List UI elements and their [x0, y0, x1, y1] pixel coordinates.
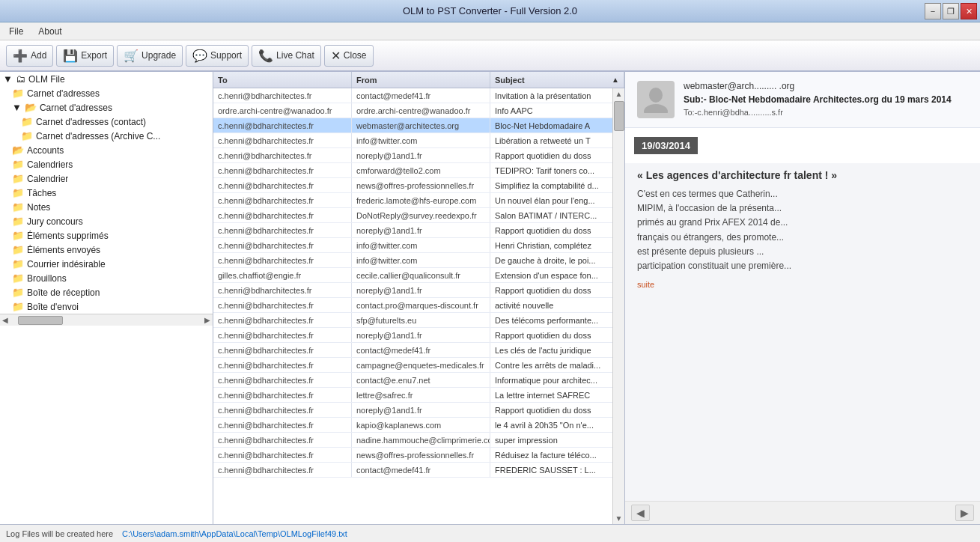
article-title: « Les agences d'architecture fr talent !…: [637, 169, 968, 181]
tree-item-olm-root[interactable]: ▼ 🗂 OLM File: [0, 72, 213, 86]
support-button[interactable]: 💬 Support: [186, 45, 249, 67]
email-cell-from: news@offres-professionnelles.fr: [352, 448, 490, 462]
email-cell-to: c.henni@bdharchitectes.fr: [213, 208, 352, 222]
close-button[interactable]: ✕ Close: [324, 45, 374, 67]
email-cell-subject: Henri Christian, complétez: [490, 238, 612, 252]
email-cell-to: c.henni@bdharchitectes.fr: [213, 343, 352, 357]
email-cell-to: c.henni@bdharchitectes.fr: [213, 388, 352, 402]
email-cell-from: nadine.hammouche@climprimerie.co: [352, 433, 490, 447]
tree-item-taches[interactable]: 📁 Tâches: [0, 186, 213, 200]
add-icon: ➕: [13, 49, 28, 63]
minimize-button[interactable]: −: [925, 3, 941, 19]
email-cell-from: cmforward@tello2.com: [352, 163, 490, 177]
col-header-subject[interactable]: Subject ▲: [490, 72, 624, 88]
email-cell-to: c.henni@bdharchitectes.fr: [213, 313, 352, 327]
email-row[interactable]: c.henni@bdharchitectes.fr campagne@enque…: [213, 358, 612, 373]
vscroll-up[interactable]: ▲: [614, 88, 624, 100]
hscroll-thumb[interactable]: [18, 316, 63, 325]
window-close-button[interactable]: ✕: [961, 3, 977, 19]
email-cell-to: c.henri@bdharchitectes.fr: [213, 283, 352, 297]
title-bar: OLM to PST Converter - Full Version 2.0 …: [0, 0, 980, 22]
tree-item-carnet-archive[interactable]: 📁 Carnet d'adresses (Archive C...: [0, 129, 213, 143]
email-cell-subject: Bloc-Net Hebdomadaire A: [490, 118, 612, 133]
tree-item-calendriers[interactable]: 📁 Calendriers: [0, 157, 213, 171]
menu-file[interactable]: File: [6, 25, 26, 38]
tree-item-boite-envoi[interactable]: 📁 Boîte d'envoi: [0, 299, 213, 314]
nav-next-button[interactable]: ▶: [955, 505, 974, 521]
email-row[interactable]: c.henri@bdharchitectes.fr noreply@1and1.…: [213, 148, 612, 163]
email-row[interactable]: gilles.chaffiot@engie.fr cecile.callier@…: [213, 268, 612, 283]
tree-item-carnet-contact[interactable]: 📁 Carnet d'adresses (contact): [0, 115, 213, 129]
col-header-from[interactable]: From: [352, 72, 490, 88]
vscroll-down[interactable]: ▼: [614, 513, 624, 524]
livechat-button[interactable]: 📞 Live Chat: [252, 45, 321, 67]
email-row[interactable]: c.henni@bdharchitectes.fr contact@medef4…: [213, 463, 612, 478]
tree-item-boite-reception[interactable]: 📁 Boîte de réception: [0, 285, 213, 299]
tree-hscroll[interactable]: ◀ ▶: [0, 314, 213, 326]
hscroll-track[interactable]: [10, 314, 202, 326]
tree-item-accounts[interactable]: 📂 Accounts: [0, 143, 213, 157]
article-link[interactable]: suite: [637, 280, 654, 289]
vscroll-thumb[interactable]: [614, 101, 624, 131]
email-list-panel: To From Subject ▲ c.henri@bdharchitectes…: [213, 72, 625, 524]
hscroll-right[interactable]: ▶: [202, 316, 213, 324]
email-row[interactable]: ordre.archi-centre@wanadoo.fr ordre.arch…: [213, 103, 612, 118]
tree-item-brouillons[interactable]: 📁 Brouillons: [0, 271, 213, 285]
hscroll-left[interactable]: ◀: [0, 316, 10, 324]
menu-bar: File About: [0, 22, 980, 40]
email-preview-panel: webmaster@arch......... .org Sub:- Bloc-…: [625, 72, 980, 524]
email-cell-subject: Rapport quotidien du doss: [490, 328, 612, 342]
email-row[interactable]: c.henni@bdharchitectes.fr news@offres-pr…: [213, 178, 612, 193]
email-list-header: To From Subject ▲: [213, 72, 624, 88]
email-row[interactable]: c.henni@bdharchitectes.fr contact@e.enu7…: [213, 373, 612, 388]
nav-prev-button[interactable]: ◀: [631, 505, 650, 521]
email-cell-from: info@twitter.com: [352, 238, 490, 252]
upgrade-button[interactable]: 🛒 Upgrade: [117, 45, 183, 67]
email-row[interactable]: c.henni@bdharchitectes.fr info@twitter.c…: [213, 133, 612, 148]
email-row[interactable]: c.henni@bdharchitectes.fr info@twitter.c…: [213, 238, 612, 253]
email-cell-subject: TEDIPRO: Tarif toners co...: [490, 163, 612, 177]
email-cell-to: c.henri@bdharchitectes.fr: [213, 88, 352, 103]
email-list-vscroll[interactable]: ▲ ▼: [612, 88, 624, 524]
email-row[interactable]: c.henni@bdharchitectes.fr DoNotReply@sur…: [213, 208, 612, 223]
email-row[interactable]: c.henni@bdharchitectes.fr kapio@kaplanew…: [213, 418, 612, 433]
email-row[interactable]: c.henni@bdharchitectes.fr noreply@1and1.…: [213, 328, 612, 343]
tree-item-carnet1[interactable]: 📁 Carnet d'adresses: [0, 86, 213, 100]
email-cell-from: cecile.callier@qualiconsult.fr: [352, 268, 490, 282]
email-row[interactable]: c.henni@bdharchitectes.fr cmforward@tell…: [213, 163, 612, 178]
email-row[interactable]: c.henni@bdharchitectes.fr noreply@1and1.…: [213, 403, 612, 418]
email-row[interactable]: c.henni@bdharchitectes.fr contact@medef4…: [213, 343, 612, 358]
email-row[interactable]: c.henni@bdharchitectes.fr frederic.lamot…: [213, 193, 612, 208]
preview-nav-arrows: ◀ ▶: [625, 501, 980, 524]
tree-item-elements-sup[interactable]: 📁 Éléments supprimés: [0, 228, 213, 243]
email-cell-subject: activité nouvelle: [490, 298, 612, 312]
email-cell-from: news@offres-professionnelles.fr: [352, 178, 490, 192]
tree-item-courrier[interactable]: 📁 Courrier indésirable: [0, 257, 213, 271]
log-path-link[interactable]: C:\Users\adam.smith\AppData\Local\Temp\O…: [122, 529, 347, 538]
col-header-to[interactable]: To: [213, 72, 352, 88]
email-row[interactable]: c.henni@bdharchitectes.fr webmaster@arch…: [213, 118, 612, 133]
export-button[interactable]: 💾 Export: [56, 45, 114, 67]
email-row[interactable]: c.henni@bdharchitectes.fr contact.pro@ma…: [213, 298, 612, 313]
email-cell-to: c.henni@bdharchitectes.fr: [213, 253, 352, 267]
email-row[interactable]: c.henni@bdharchitectes.fr news@offres-pr…: [213, 448, 612, 463]
tree-item-carnet2[interactable]: ▼ 📂 Carnet d'adresses: [0, 100, 213, 115]
restore-button[interactable]: ❐: [943, 3, 959, 19]
email-row[interactable]: c.henni@bdharchitectes.fr lettre@safrec.…: [213, 388, 612, 403]
email-row[interactable]: c.henni@bdharchitectes.fr sfp@futurelts.…: [213, 313, 612, 328]
date-badge-area: 19/03/2014: [625, 128, 980, 163]
email-row[interactable]: c.henni@bdharchitectes.fr nadine.hammouc…: [213, 433, 612, 448]
email-row[interactable]: c.henni@bdharchitectes.fr noreply@1and1.…: [213, 223, 612, 238]
email-cell-from: kapio@kaplanews.com: [352, 418, 490, 432]
email-row[interactable]: c.henri@bdharchitectes.fr noreply@1and1.…: [213, 283, 612, 298]
add-button[interactable]: ➕ Add: [6, 45, 53, 67]
support-icon: 💬: [192, 49, 207, 63]
tree-item-jury[interactable]: 📁 Jury concours: [0, 214, 213, 228]
tree-item-notes[interactable]: 📁 Notes: [0, 200, 213, 214]
add-label: Add: [31, 50, 46, 61]
menu-about[interactable]: About: [35, 25, 64, 38]
email-row[interactable]: c.henri@bdharchitectes.fr contact@medef4…: [213, 88, 612, 103]
tree-item-calendrier[interactable]: 📁 Calendrier: [0, 171, 213, 186]
email-row[interactable]: c.henni@bdharchitectes.fr info@twitter.c…: [213, 253, 612, 268]
tree-item-elements-env[interactable]: 📁 Éléments envoyés: [0, 243, 213, 257]
